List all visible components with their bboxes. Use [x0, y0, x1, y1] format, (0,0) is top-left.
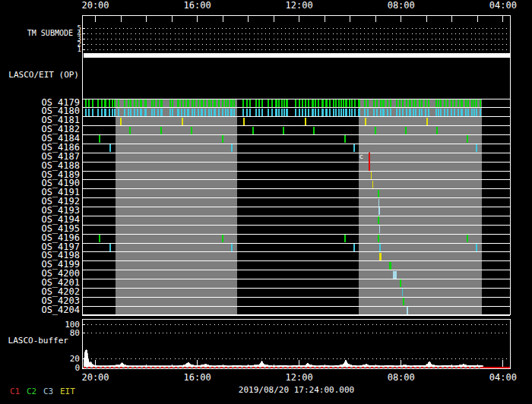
exposure-tick	[177, 109, 179, 116]
exposure-tick	[124, 99, 125, 107]
exposure-tick	[144, 109, 147, 116]
exposure-tick	[184, 99, 185, 107]
exposure-tick	[151, 109, 153, 116]
exposure-tick	[278, 109, 280, 116]
exposure-tick	[268, 109, 269, 116]
os-event-mark	[372, 181, 374, 188]
os-event-mark	[379, 244, 381, 251]
exposure-tick	[376, 99, 378, 107]
exposure-tick	[283, 109, 285, 116]
exposure-tick	[419, 109, 420, 116]
exposure-tick	[137, 99, 138, 107]
exposure-tick	[283, 99, 285, 107]
exposure-tick	[101, 109, 103, 116]
exposure-tick	[140, 99, 142, 107]
exposure-tick	[230, 99, 233, 107]
exposure-tick	[157, 99, 159, 107]
exposure-tick	[299, 99, 300, 107]
exposure-tick	[382, 109, 385, 116]
exposure-tick	[128, 109, 129, 116]
exposure-tick	[473, 99, 475, 107]
exposure-tick	[312, 109, 314, 116]
bottom-axis-tick-label: 16:00	[179, 374, 217, 382]
exposure-tick	[354, 109, 356, 116]
os-event-mark	[353, 144, 355, 152]
exposure-tick	[364, 109, 366, 116]
exposure-tick	[249, 109, 251, 116]
bottom-axis-tick-label: 08:00	[382, 374, 420, 382]
exposure-tick	[454, 99, 455, 107]
exposure-tick	[454, 109, 455, 116]
exposure-tick	[471, 99, 473, 107]
exposure-tick	[181, 109, 182, 116]
exposure-tick	[172, 109, 173, 116]
exposure-tick	[421, 99, 423, 107]
os-event-mark	[378, 190, 379, 197]
os-event-mark	[252, 127, 254, 134]
exposure-tick	[380, 99, 382, 107]
exposure-tick	[413, 109, 414, 116]
exposure-tick	[214, 109, 216, 116]
os-row-label: OS_4204	[0, 306, 80, 315]
exposure-tick	[130, 109, 131, 116]
exposure-tick	[325, 99, 328, 107]
exposure-tick	[399, 109, 401, 116]
exposure-tick	[112, 109, 113, 116]
exposure-tick	[358, 99, 360, 107]
exposure-tick	[255, 99, 257, 107]
legend-item-c1: C1	[10, 387, 20, 396]
exposure-tick	[187, 109, 189, 116]
os-event-mark	[379, 253, 382, 260]
exposure-tick	[160, 99, 163, 107]
exposure-tick	[465, 99, 467, 107]
exposure-tick	[480, 99, 481, 107]
exposure-tick	[97, 99, 99, 107]
top-axis-tick-label: 04:00	[484, 2, 522, 10]
exposure-tick	[255, 109, 257, 116]
os-event-mark	[369, 153, 370, 162]
exposure-tick	[295, 109, 296, 116]
submode-tick-label: 1	[0, 46, 81, 54]
exposure-tick	[187, 99, 189, 107]
exposure-tick	[233, 99, 235, 107]
exposure-tick	[246, 109, 248, 116]
exposure-tick	[329, 99, 331, 107]
exposure-tick	[467, 109, 469, 116]
exposure-tick	[373, 99, 375, 107]
exposure-tick	[242, 99, 244, 107]
exposure-tick	[406, 109, 407, 116]
exposure-tick	[184, 109, 185, 116]
exposure-tick	[258, 109, 260, 116]
exposure-tick	[160, 109, 163, 116]
exposure-tick	[338, 109, 340, 116]
legend-item-c2: C2	[27, 387, 36, 396]
exposure-tick	[222, 99, 223, 107]
top-axis-tick-label: 12:00	[280, 2, 318, 10]
exposure-tick	[194, 109, 195, 116]
exposure-tick	[340, 109, 342, 116]
os-event-mark	[467, 135, 468, 143]
buffer-tick-label: 20	[0, 355, 80, 363]
exposure-tick	[465, 109, 467, 116]
exposure-tick	[343, 99, 344, 107]
exposure-tick	[376, 109, 378, 116]
exposure-tick	[387, 109, 388, 116]
exposure-tick	[281, 99, 283, 107]
os-event-mark	[378, 216, 379, 224]
exposure-tick	[333, 109, 334, 116]
exposure-tick	[172, 99, 173, 107]
exposure-tick	[471, 109, 473, 116]
exposure-tick	[230, 109, 233, 116]
exposure-tick	[402, 99, 404, 107]
os-event-mark	[120, 118, 122, 125]
exposure-tick	[480, 109, 481, 116]
exposure-tick	[461, 99, 463, 107]
exposure-tick	[335, 99, 337, 107]
annotation-c: c	[359, 153, 363, 160]
exposure-tick	[373, 109, 375, 116]
exposure-tick	[415, 99, 416, 107]
exposure-tick	[218, 99, 220, 107]
exposure-tick	[130, 99, 131, 107]
buffer-tick-label: 0	[0, 364, 80, 372]
exposure-tick	[281, 109, 283, 116]
